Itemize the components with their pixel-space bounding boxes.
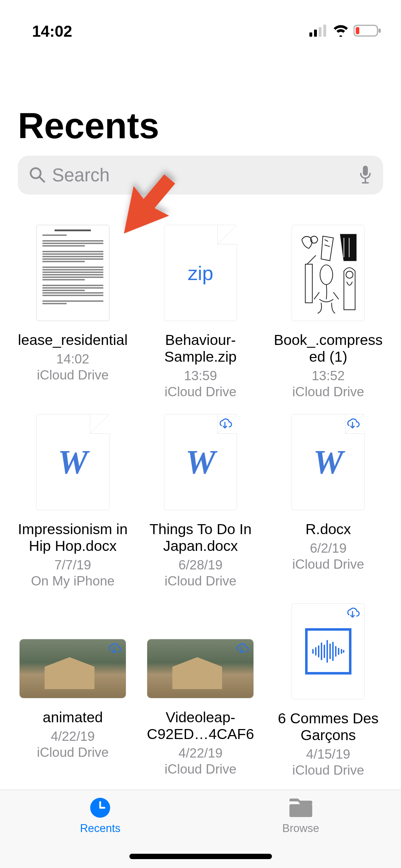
file-location: iCloud Drive — [37, 367, 109, 383]
file-item-lease-residential[interactable]: lease_residential 14:02 iCloud Drive — [11, 225, 135, 400]
file-item-r-docx[interactable]: W R.docx 6/2/19 iCloud Drive — [266, 414, 390, 589]
svg-rect-2 — [319, 27, 322, 37]
battery-low-icon — [354, 24, 381, 38]
status-time: 14:02 — [32, 22, 72, 40]
file-item-videoleap[interactable]: Videoleap-C92ED…4CAF6 4/22/19 iCloud Dri… — [138, 603, 262, 778]
file-name: R.docx — [305, 521, 351, 538]
file-thumbnail: W — [292, 414, 365, 510]
file-thumbnail — [36, 225, 109, 321]
file-item-things-to-do-japan[interactable]: W Things To Do In Japan.docx 6/28/19 iCl… — [138, 414, 262, 589]
tab-label: Browse — [282, 822, 319, 835]
home-indicator[interactable] — [129, 854, 272, 859]
file-name: Impressionism in Hip Hop.docx — [16, 521, 130, 554]
svg-rect-9 — [363, 166, 368, 176]
file-thumbnail — [19, 639, 126, 698]
svg-rect-3 — [323, 25, 326, 37]
word-icon: W — [58, 443, 88, 482]
file-name: Behaviour-Sample.zip — [143, 332, 257, 365]
svg-line-15 — [325, 245, 330, 247]
file-thumbnail: zip — [164, 225, 237, 321]
file-thumbnail — [292, 225, 365, 321]
file-name: lease_residential — [18, 332, 128, 348]
file-time: 4/22/19 — [51, 729, 94, 744]
file-item-animated[interactable]: animated 4/22/19 iCloud Drive — [11, 603, 135, 778]
svg-rect-1 — [314, 30, 317, 37]
file-time: 7/7/19 — [55, 557, 91, 573]
file-item-commes-des-garcons[interactable]: 6 Commes Des Garçons 4/15/19 iCloud Driv… — [266, 603, 390, 778]
svg-rect-0 — [309, 32, 312, 37]
word-icon: W — [185, 443, 215, 482]
file-time: 4/22/19 — [179, 745, 222, 761]
tab-label: Recents — [80, 822, 120, 835]
svg-rect-5 — [379, 29, 381, 33]
file-location: On My iPhone — [31, 573, 114, 589]
file-name: Book_.compressed (1) — [271, 332, 385, 365]
search-input[interactable]: Search — [18, 156, 383, 195]
svg-line-14 — [325, 240, 328, 242]
file-name: Things To Do In Japan.docx — [143, 521, 257, 554]
search-icon — [29, 166, 46, 185]
status-bar: 14:02 — [0, 0, 401, 46]
svg-point-18 — [320, 265, 333, 284]
svg-rect-6 — [356, 27, 359, 34]
file-location: iCloud Drive — [165, 761, 237, 777]
cloud-download-icon — [345, 607, 360, 619]
audio-waveform-icon — [305, 628, 351, 675]
file-name: Videoleap-C92ED…4CAF6 — [143, 709, 257, 743]
wifi-icon — [332, 25, 349, 38]
file-thumbnail: W — [164, 414, 237, 510]
zip-label: zip — [188, 262, 214, 285]
file-location: iCloud Drive — [292, 384, 364, 400]
file-thumbnail: W — [36, 414, 109, 510]
svg-line-8 — [40, 177, 44, 182]
status-icons — [309, 24, 381, 38]
microphone-icon[interactable] — [358, 165, 372, 186]
file-grid: lease_residential 14:02 iCloud Drive zip… — [0, 209, 401, 785]
word-icon: W — [313, 443, 343, 482]
file-thumbnail — [147, 639, 254, 698]
svg-point-19 — [346, 271, 353, 278]
search-placeholder: Search — [52, 165, 352, 186]
file-time: 14:02 — [56, 351, 89, 367]
cloud-download-icon — [234, 643, 249, 654]
file-location: iCloud Drive — [37, 745, 109, 760]
file-location: iCloud Drive — [165, 573, 237, 589]
svg-rect-33 — [289, 804, 312, 817]
file-time: 13:52 — [312, 368, 345, 384]
folder-icon — [287, 797, 314, 818]
file-item-book-compressed[interactable]: Book_.compressed (1) 13:52 iCloud Drive — [266, 225, 390, 400]
file-time: 6/2/19 — [310, 541, 346, 556]
file-thumbnail — [292, 603, 365, 699]
file-item-impressionism-hip-hop[interactable]: W Impressionism in Hip Hop.docx 7/7/19 O… — [11, 414, 135, 589]
file-item-behaviour-sample[interactable]: zip Behaviour-Sample.zip 13:59 iCloud Dr… — [138, 225, 262, 400]
file-location: iCloud Drive — [292, 763, 364, 778]
file-time: 13:59 — [184, 368, 217, 384]
cloud-download-icon — [345, 418, 360, 429]
file-time: 4/15/19 — [306, 746, 350, 762]
cellular-signal-icon — [309, 25, 328, 38]
cloud-download-icon — [217, 418, 232, 429]
cloud-download-icon — [107, 643, 122, 654]
page-title: Recents — [0, 46, 401, 156]
clock-icon — [87, 797, 114, 818]
file-name: 6 Commes Des Garçons — [271, 710, 385, 744]
file-time: 6/28/19 — [179, 557, 222, 573]
file-location: iCloud Drive — [165, 384, 237, 400]
file-location: iCloud Drive — [292, 557, 364, 572]
file-name: animated — [43, 709, 103, 726]
